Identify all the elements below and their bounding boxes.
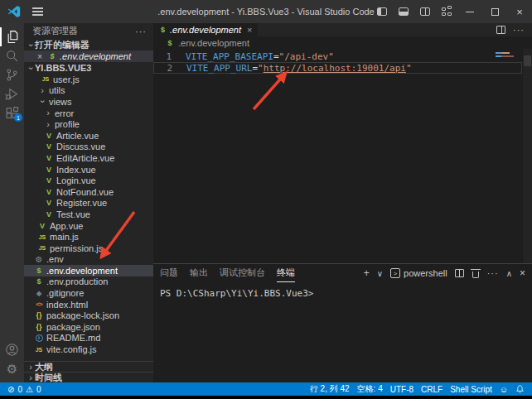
kill-terminal-icon[interactable] bbox=[472, 269, 480, 278]
editor-more-actions-icon[interactable]: ··· bbox=[513, 25, 525, 35]
feedback-icon[interactable]: ☺ bbox=[500, 385, 508, 394]
tree-item-.gitignore[interactable]: ◆.gitignore bbox=[24, 287, 153, 299]
tab-label: .env.development bbox=[170, 25, 241, 35]
vue-file-icon: V bbox=[44, 188, 54, 196]
split-editor-icon[interactable] bbox=[496, 26, 505, 34]
encoding[interactable]: UTF-8 bbox=[390, 385, 414, 394]
url-link[interactable]: http://localhost:19001/api bbox=[264, 63, 406, 74]
menu-icon[interactable] bbox=[32, 11, 43, 12]
file-label: Login.vue bbox=[56, 175, 96, 185]
maximize-button[interactable] bbox=[482, 0, 507, 23]
tab-problems[interactable]: 问题 bbox=[160, 264, 178, 282]
tree-item-views[interactable]: ›views bbox=[24, 96, 153, 108]
indentation[interactable]: 空格: 4 bbox=[357, 383, 383, 395]
tree-item-.env.development[interactable]: $.env.development bbox=[24, 265, 153, 276]
tree-item-.env.production[interactable]: $.env.production bbox=[24, 276, 153, 288]
new-terminal-icon[interactable]: + bbox=[364, 267, 370, 279]
vue-file-icon: V bbox=[44, 210, 54, 219]
tree-item-Test.vue[interactable]: VTest.vue bbox=[24, 209, 153, 220]
open-editors-header[interactable]: › 打开的编辑器 bbox=[24, 39, 153, 50]
tree-item-package.json[interactable]: {}package.json bbox=[24, 321, 153, 333]
panel-more-actions-icon[interactable]: ··· bbox=[487, 268, 499, 278]
tree-item-.env[interactable]: ⚙.env bbox=[24, 254, 153, 266]
chevron-right-icon: › bbox=[38, 86, 46, 95]
settings-gear-icon[interactable]: ⚙ bbox=[0, 359, 24, 378]
tree-item-Article.vue[interactable]: VArticle.vue bbox=[24, 130, 153, 142]
vscode-logo-icon bbox=[7, 5, 21, 18]
close-panel-icon[interactable]: × bbox=[520, 267, 525, 279]
file-label: vite.config.js bbox=[46, 344, 97, 354]
close-tab-icon[interactable]: × bbox=[247, 25, 252, 35]
tree-item-profile[interactable]: ›profile bbox=[24, 118, 153, 130]
explorer-icon[interactable] bbox=[0, 27, 24, 46]
toggle-panel-icon[interactable] bbox=[393, 0, 414, 23]
language-mode[interactable]: Shell Script bbox=[450, 385, 492, 394]
git-file-icon: ◆ bbox=[34, 290, 44, 297]
tree-item-Index.vue[interactable]: VIndex.vue bbox=[24, 164, 153, 175]
tree-item-App.vue[interactable]: VApp.vue bbox=[24, 220, 153, 232]
activity-bar: 1 ⚙ bbox=[0, 23, 24, 382]
extensions-icon[interactable]: 1 bbox=[0, 103, 24, 123]
tree-item-vite.config.js[interactable]: JSvite.config.js bbox=[24, 344, 153, 355]
close-window-button[interactable]: × bbox=[507, 0, 532, 23]
warning-count: 0 bbox=[36, 385, 41, 394]
terminal-content[interactable]: PS D:\CSharp\Yi\Yi.BBS.Vue3> bbox=[153, 282, 532, 299]
open-editor-item[interactable]: × $ .env.development bbox=[24, 50, 153, 62]
maximize-panel-icon[interactable]: ∧ bbox=[506, 269, 512, 278]
tree-item-utils[interactable]: ›utils bbox=[24, 85, 153, 97]
search-icon[interactable] bbox=[0, 46, 24, 65]
source-control-icon[interactable] bbox=[0, 65, 24, 84]
breadcrumb[interactable]: $ .env.development bbox=[153, 36, 532, 49]
shell-file-icon: $ bbox=[165, 39, 175, 47]
split-terminal-icon[interactable] bbox=[455, 269, 464, 277]
tab-env-development[interactable]: $ .env.development × bbox=[153, 23, 258, 36]
problems-status[interactable]: ⊘ 0 ⚠ 0 bbox=[7, 385, 41, 394]
notifications-bell-icon[interactable] bbox=[515, 384, 525, 394]
tree-item-README.md[interactable]: iREADME.md bbox=[24, 333, 153, 344]
outline-section-header[interactable]: › 大纲 bbox=[24, 361, 153, 372]
account-icon[interactable] bbox=[0, 340, 24, 359]
close-editor-icon[interactable]: × bbox=[37, 52, 47, 61]
shell-file-icon: $ bbox=[34, 277, 44, 286]
tree-item-NotFound.vue[interactable]: VNotFound.vue bbox=[24, 186, 153, 198]
tree-item-Register.vue[interactable]: VRegister.vue bbox=[24, 198, 153, 209]
code-line-1: 1 VITE_APP_BASEAPI="/api-dev" bbox=[153, 50, 522, 62]
tree-item-error[interactable]: ›error bbox=[24, 108, 153, 119]
code-editor[interactable]: 1 VITE_APP_BASEAPI="/api-dev" 2 VITE_APP… bbox=[153, 49, 532, 263]
tab-terminal[interactable]: 终端 bbox=[277, 264, 295, 282]
js-file-icon: JS bbox=[34, 347, 44, 353]
shell-file-icon: $ bbox=[47, 52, 57, 60]
tab-output[interactable]: 输出 bbox=[190, 264, 208, 282]
json-file-icon: {} bbox=[34, 311, 44, 320]
file-label: .gitignore bbox=[46, 288, 84, 298]
vue-file-icon: V bbox=[44, 142, 54, 151]
sidebar-more-actions-icon[interactable]: ··· bbox=[135, 26, 147, 36]
editor-scrollbar[interactable] bbox=[523, 49, 532, 263]
tree-item-main.js[interactable]: JSmain.js bbox=[24, 231, 153, 243]
minimap[interactable] bbox=[496, 52, 519, 57]
minimize-button[interactable] bbox=[457, 0, 482, 23]
tree-item-permission.js[interactable]: JSpermission.js bbox=[24, 243, 153, 254]
toggle-secondary-sidebar-icon[interactable] bbox=[414, 0, 436, 23]
run-debug-icon[interactable] bbox=[0, 84, 24, 103]
tree-item-index.html[interactable]: <>index.html bbox=[24, 299, 153, 310]
terminal-instance-powershell[interactable]: > powershell bbox=[390, 268, 447, 278]
timeline-section-header[interactable]: › 时间线 bbox=[24, 372, 153, 382]
toggle-sidebar-icon[interactable] bbox=[371, 0, 393, 23]
tree-item-Login.vue[interactable]: VLogin.vue bbox=[24, 175, 153, 186]
terminal-dropdown-icon[interactable]: ∨ bbox=[377, 269, 383, 278]
file-label: NotFound.vue bbox=[56, 187, 114, 197]
tree-item-Discuss.vue[interactable]: VDiscuss.vue bbox=[24, 142, 153, 153]
file-label: profile bbox=[55, 119, 80, 129]
tree-item-package-lock.json[interactable]: {}package-lock.json bbox=[24, 310, 153, 321]
file-tree: JSuser.js›utils›views›error›profileVArti… bbox=[24, 74, 153, 355]
tree-item-user.js[interactable]: JSuser.js bbox=[24, 74, 153, 85]
cursor-position[interactable]: 行 2, 列 42 bbox=[310, 383, 350, 395]
eol-sequence[interactable]: CRLF bbox=[421, 385, 443, 394]
file-label: package-lock.json bbox=[46, 310, 119, 320]
customize-layout-icon[interactable] bbox=[436, 0, 457, 23]
title-bar: .env.development - Yi.BBS.Vue3 - Visual … bbox=[0, 0, 532, 23]
project-section-header[interactable]: › YI.BBS.VUE3 bbox=[24, 62, 153, 74]
tab-debug-console[interactable]: 调试控制台 bbox=[220, 264, 265, 282]
tree-item-EditArticle.vue[interactable]: VEditArticle.vue bbox=[24, 152, 153, 164]
